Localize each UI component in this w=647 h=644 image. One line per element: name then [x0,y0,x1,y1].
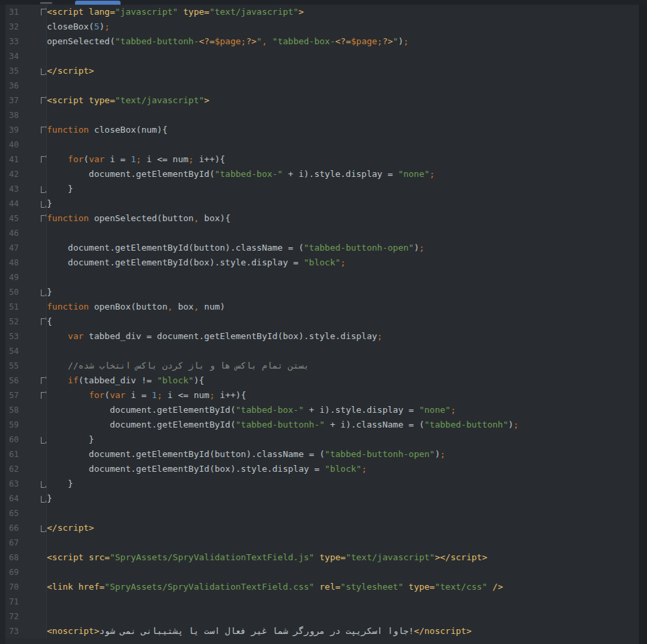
code-text[interactable]: //بستن تمام باکس ها و باز کردن باکس انتخ… [47,359,309,373]
fold-start-icon[interactable] [40,376,46,385]
code-text[interactable]: <script src="SpryAssets/SpryValidationTe… [47,550,487,565]
fold-end-icon[interactable] [40,479,46,489]
line-number[interactable]: 68 [7,550,19,565]
code-line[interactable]: 65 [5,506,639,521]
code-line[interactable]: 37<script type="text/javascript"> [5,93,639,108]
code-line[interactable]: 56 if(tabbed_div != "block"){ [5,373,639,388]
line-number[interactable]: 57 [7,388,19,403]
line-number[interactable]: 36 [7,78,19,93]
code-text[interactable]: } [47,196,52,211]
code-text[interactable]: var tabbed_div = document.getElementById… [47,329,382,344]
code-text[interactable]: <link href="SpryAssets/SpryValidationTex… [47,580,503,594]
code-line[interactable]: 66</script> [5,521,639,535]
code-text[interactable]: document.getElementById(box).style.displ… [47,255,346,270]
line-number[interactable]: 39 [7,123,19,137]
code-line[interactable]: 54 [5,344,639,359]
line-number[interactable]: 35 [7,64,19,78]
line-number[interactable]: 48 [7,255,19,270]
code-line[interactable]: 67 [5,535,639,550]
line-number[interactable]: 45 [7,211,19,226]
fold-start-icon[interactable] [40,214,46,223]
code-line[interactable]: 50} [5,285,639,300]
code-line[interactable]: 72 [5,609,639,624]
fold-end-icon[interactable] [40,523,46,533]
code-line[interactable]: 63 } [5,476,639,491]
line-number[interactable]: 40 [7,137,19,152]
code-line[interactable]: 64} [5,491,639,506]
code-line[interactable]: 39function closeBox(num){ [5,123,639,137]
code-line[interactable]: 60 } [5,432,639,447]
line-number[interactable]: 64 [7,491,19,506]
line-number[interactable]: 33 [7,34,19,49]
code-line[interactable]: 51function openBox(button, box, num) [5,300,639,314]
line-number[interactable]: 54 [7,344,19,359]
line-number[interactable]: 50 [7,285,19,300]
line-number[interactable]: 52 [7,314,19,329]
code-line[interactable]: 68<script src="SpryAssets/SpryValidation… [5,550,639,565]
fold-end-icon[interactable] [40,66,46,76]
line-number[interactable]: 72 [7,609,19,624]
line-number[interactable]: 31 [7,5,19,19]
code-text[interactable]: </script> [47,64,94,78]
code-text[interactable]: } [47,285,52,300]
code-text[interactable]: </script> [47,521,94,535]
code-line[interactable]: 43 } [5,182,639,196]
code-text[interactable]: for(var i = 1; i <= num; i++){ [47,388,246,403]
code-line[interactable]: 38 [5,108,639,123]
fold-start-icon[interactable] [40,155,46,164]
line-number[interactable]: 32 [7,19,19,34]
line-number[interactable]: 60 [7,432,19,447]
code-text[interactable]: <script type="text/javascript"> [47,93,210,108]
code-line[interactable]: 53 var tabbed_div = document.getElementB… [5,329,639,344]
line-number[interactable]: 71 [7,594,19,609]
fold-start-icon[interactable] [40,7,46,17]
line-number[interactable]: 59 [7,417,19,432]
code-text[interactable]: } [47,476,73,491]
code-text[interactable]: closeBox(5); [47,19,110,34]
code-text[interactable]: } [47,491,52,506]
line-number[interactable]: 63 [7,476,19,491]
code-line[interactable]: 44} [5,196,639,211]
code-line[interactable]: 69 [5,565,639,580]
code-line[interactable]: 48 document.getElementById(box).style.di… [5,255,639,270]
code-text[interactable]: function openSelected(button, box){ [47,211,230,226]
code-text[interactable]: <script lang="javascript" type="text/jav… [47,5,304,19]
code-text[interactable]: } [47,432,94,447]
code-line[interactable]: 55 //بستن تمام باکس ها و باز کردن باکس ا… [5,359,639,373]
code-text[interactable]: document.getElementById(box).style.displ… [47,462,366,476]
code-line[interactable]: 61 document.getElementById(button).class… [5,447,639,462]
code-text[interactable]: { [47,314,52,329]
code-line[interactable]: 41 for(var i = 1; i <= num; i++){ [5,152,639,167]
line-number[interactable]: 53 [7,329,19,344]
code-line[interactable]: 58 document.getElementById("tabbed-box-"… [5,403,639,417]
code-line[interactable]: 34 [5,49,639,64]
line-number[interactable]: 69 [7,565,19,580]
line-number[interactable]: 37 [7,93,19,108]
code-line[interactable]: 32closeBox(5); [5,19,639,34]
fold-end-icon[interactable] [40,494,46,503]
line-number[interactable]: 73 [7,624,19,639]
code-line[interactable]: 40 [5,137,639,152]
code-line[interactable]: 36 [5,78,639,93]
line-number[interactable]: 56 [7,373,19,388]
code-text[interactable]: document.getElementById(button).classNam… [47,241,425,255]
line-number[interactable]: 70 [7,580,19,594]
code-text[interactable]: } [47,182,73,196]
code-line[interactable]: 45function openSelected(button, box){ [5,211,639,226]
line-number[interactable]: 55 [7,359,19,373]
code-text[interactable]: openSelected("tabbed-buttonh-<?=$page;?>… [47,34,409,49]
fold-start-icon[interactable] [40,96,46,105]
code-text[interactable]: function closeBox(num){ [47,123,167,137]
fold-start-icon[interactable] [40,125,46,135]
code-editor[interactable]: 31<script lang="javascript" type="text/j… [5,5,639,644]
code-line[interactable]: 59 document.getElementById("tabbed-butto… [5,417,639,432]
line-number[interactable]: 38 [7,108,19,123]
line-number[interactable]: 44 [7,196,19,211]
code-line[interactable]: 47 document.getElementById(button).class… [5,241,639,255]
fold-end-icon[interactable] [40,199,46,208]
line-number[interactable]: 51 [7,300,19,314]
line-number[interactable]: 34 [7,49,19,64]
code-line[interactable]: 73<noscript>جاوا اسکریپت در مرورگر شما غ… [5,624,639,639]
code-text[interactable]: document.getElementById(button).classNam… [47,447,445,462]
code-text[interactable]: document.getElementById("tabbed-buttonh-… [47,417,518,432]
